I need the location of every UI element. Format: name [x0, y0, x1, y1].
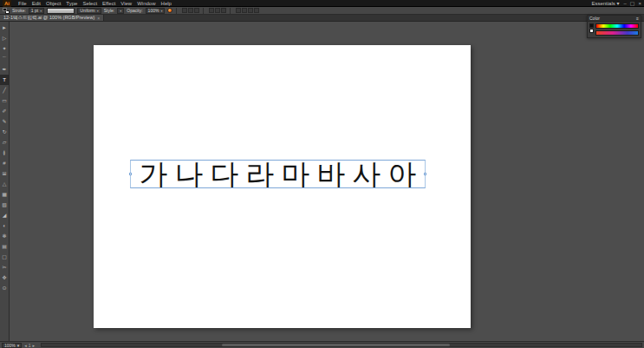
width-profile-select[interactable]	[47, 8, 75, 14]
menu-item[interactable]: Type	[63, 0, 80, 7]
menu-item[interactable]: Help	[159, 0, 174, 7]
stroke-weight-select[interactable]: 1 pt ▾	[29, 8, 44, 14]
scrollbar-thumb[interactable]	[222, 344, 450, 346]
symbol-sprayer-tool[interactable]: ✻	[0, 231, 10, 241]
color-ramp-bar[interactable]	[595, 30, 639, 36]
fill-swatch[interactable]	[3, 8, 7, 11]
prev-artboard-icon[interactable]: ◂	[24, 343, 27, 348]
tools-panel: ► ▷ ✦ ⌒ ✒ T ╱ ▭ ✐ ✎ ↻ ▱ ≬ # ⊞ △ ▦ ▧ ◢ ◐ …	[0, 22, 10, 341]
document-tab[interactable]: 12-1텍스트입력.ai @ 100% (RGB/Preview) ×	[0, 15, 104, 21]
align-center-button[interactable]	[188, 8, 193, 13]
free-transform-tool[interactable]: #	[0, 158, 10, 168]
menu-item[interactable]: Select	[80, 0, 100, 7]
opacity-label: Opacity:	[127, 8, 142, 13]
hangul-text[interactable]: 가나다라마바사아	[133, 160, 424, 188]
workspace-switcher[interactable]: Essentials ▾	[591, 0, 619, 7]
type-tool[interactable]: T	[0, 75, 10, 85]
menubar: FileEditObjectTypeSelectEffectViewWindow…	[16, 0, 174, 7]
rotate-tool[interactable]: ↻	[0, 127, 10, 137]
perspective-grid-tool[interactable]: △	[0, 179, 10, 189]
transform-x-field[interactable]	[236, 8, 241, 13]
menu-item[interactable]: File	[16, 0, 29, 7]
column-graph-tool[interactable]: ▤	[0, 241, 10, 252]
color-panel-header[interactable]: Color ≡	[588, 16, 641, 22]
transform-w-field[interactable]	[248, 8, 253, 13]
gradient-tool[interactable]: ▧	[0, 200, 10, 210]
pencil-tool[interactable]: ✎	[0, 116, 10, 127]
canvas[interactable]: 가나다라마바사아	[10, 22, 644, 341]
shape-builder-tool[interactable]: ⊞	[0, 168, 10, 179]
zoom-level-value: 100%	[4, 343, 16, 348]
width-tool[interactable]: ≬	[0, 148, 10, 158]
chevron-down-icon: ▾	[40, 9, 42, 13]
chevron-down-icon: ▾	[97, 9, 99, 13]
stroke-weight-value: 1 pt	[31, 8, 38, 13]
hand-tool[interactable]: ✥	[0, 272, 10, 283]
titlebar: Ai FileEditObjectTypeSelectEffectViewWin…	[0, 0, 644, 7]
distribute-buttons-group	[209, 8, 226, 13]
color-spectrum-bar[interactable]	[595, 23, 639, 29]
divider	[176, 8, 177, 14]
magic-wand-tool[interactable]: ✦	[0, 43, 10, 54]
zoom-tool[interactable]: ⊙	[0, 283, 10, 293]
document-tab-bar: 12-1텍스트입력.ai @ 100% (RGB/Preview) × «	[0, 15, 644, 22]
style-select[interactable]: ▾	[117, 8, 124, 14]
artboard-navigation: ◂ 1 ▸	[24, 343, 35, 348]
close-button[interactable]: ×	[638, 0, 641, 7]
panel-menu-icon[interactable]: ≡	[636, 16, 639, 21]
text-in-port[interactable]	[129, 173, 132, 175]
control-bar: Stroke: 1 pt ▾ Uniform ▾ Style: ▾ Opacit…	[0, 7, 644, 15]
zoom-level-select[interactable]: 100% ▾	[2, 343, 22, 348]
next-artboard-icon[interactable]: ▸	[33, 343, 36, 348]
lasso-tool[interactable]: ⌒	[0, 54, 10, 64]
transform-y-field[interactable]	[242, 8, 247, 13]
minimize-button[interactable]: –	[623, 0, 626, 7]
transform-h-field[interactable]	[254, 8, 259, 13]
eyedropper-tool[interactable]: ◢	[0, 210, 10, 220]
chevron-down-icon: ▾	[616, 1, 619, 6]
distribute-top-button[interactable]	[209, 8, 214, 13]
mesh-tool[interactable]: ▦	[0, 189, 10, 200]
chevron-down-icon: ▾	[160, 9, 162, 13]
align-right-button[interactable]	[194, 8, 199, 13]
style-label: Style:	[104, 8, 115, 13]
recolor-artwork-icon[interactable]	[167, 8, 172, 13]
pen-tool[interactable]: ✒	[0, 64, 10, 75]
artboard-tool[interactable]: ▢	[0, 252, 10, 262]
menu-item[interactable]: Edit	[29, 0, 43, 7]
type-object-selection[interactable]: 가나다라마바사아	[130, 160, 426, 188]
menu-item[interactable]: View	[118, 0, 134, 7]
fill-stroke-indicator[interactable]	[3, 8, 10, 14]
divider	[203, 8, 204, 14]
horizontal-scrollbar[interactable]	[41, 343, 642, 347]
blend-tool[interactable]: ◐	[0, 220, 10, 231]
color-panel-swatches	[589, 23, 594, 36]
menu-item[interactable]: Window	[134, 0, 158, 7]
selection-tool[interactable]: ►	[0, 23, 10, 33]
menu-item[interactable]: Effect	[100, 0, 118, 7]
scale-tool[interactable]: ▱	[0, 137, 10, 148]
profile-select[interactable]: Uniform ▾	[77, 8, 101, 14]
profile-value: Uniform	[80, 8, 95, 13]
color-panel-title: Color	[589, 16, 600, 21]
slice-tool[interactable]: ✂	[0, 262, 10, 272]
rectangle-tool[interactable]: ▭	[0, 95, 10, 106]
direct-selection-tool[interactable]: ▷	[0, 33, 10, 43]
paintbrush-tool[interactable]: ✐	[0, 106, 10, 116]
distribute-middle-button[interactable]	[215, 8, 220, 13]
chevron-down-icon: ▾	[120, 9, 121, 13]
artboard-number: 1	[29, 343, 31, 348]
distribute-bottom-button[interactable]	[221, 8, 226, 13]
white-swatch[interactable]	[589, 29, 594, 33]
align-left-button[interactable]	[182, 8, 187, 13]
text-out-port[interactable]	[424, 173, 426, 175]
restore-button[interactable]: ▢	[630, 0, 635, 7]
menu-item[interactable]: Object	[43, 0, 63, 7]
black-swatch[interactable]	[589, 23, 594, 28]
stroke-label: Stroke:	[12, 8, 26, 13]
close-icon[interactable]: ×	[97, 16, 100, 21]
chevron-down-icon: ▾	[17, 343, 20, 348]
line-segment-tool[interactable]: ╱	[0, 85, 10, 95]
artboard[interactable]: 가나다라마바사아	[94, 45, 471, 328]
opacity-field[interactable]: 100% ▾	[146, 8, 166, 14]
